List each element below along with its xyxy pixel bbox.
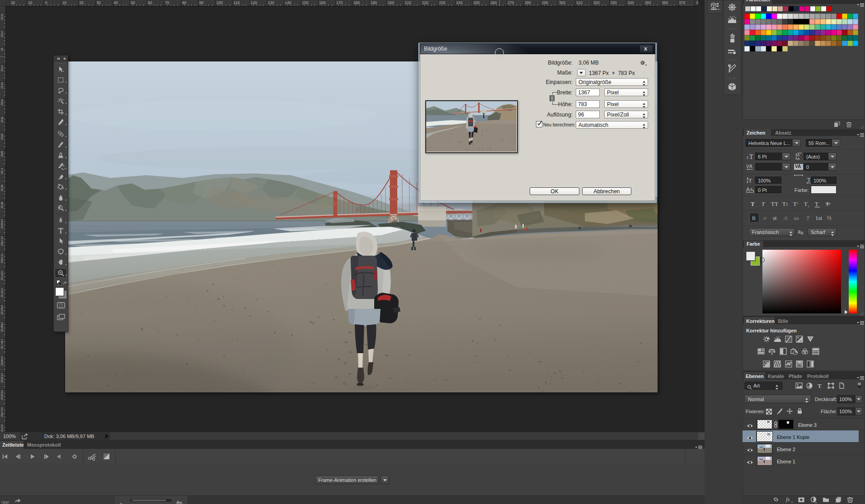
svg-text:T: T [748, 177, 752, 184]
svg-text:fi: fi [752, 215, 756, 221]
svg-text:T: T [807, 177, 811, 183]
svg-text:T: T [751, 201, 755, 207]
svg-text:T: T [806, 215, 810, 221]
svg-text:TT: TT [782, 201, 788, 207]
svg-text:TT: TT [771, 201, 778, 207]
svg-text:st: st [773, 215, 777, 221]
svg-text:A: A [783, 215, 787, 221]
svg-text:T: T [762, 201, 765, 207]
svg-text:A: A [749, 164, 752, 169]
svg-text:A: A [746, 187, 750, 193]
svg-text:T1: T1 [804, 201, 809, 208]
svg-text:T: T [815, 201, 818, 207]
svg-text:1st: 1st [815, 215, 823, 221]
svg-text:a: a [750, 187, 752, 191]
svg-text:A: A [797, 157, 800, 160]
svg-text:T: T [749, 154, 753, 159]
svg-text:½: ½ [827, 215, 832, 221]
svg-text:aa: aa [794, 215, 799, 221]
svg-text:t: t [747, 155, 748, 159]
svg-text:T1: T1 [793, 201, 799, 207]
svg-text:σ: σ [763, 215, 766, 221]
svg-text:fx: fx [786, 496, 790, 503]
